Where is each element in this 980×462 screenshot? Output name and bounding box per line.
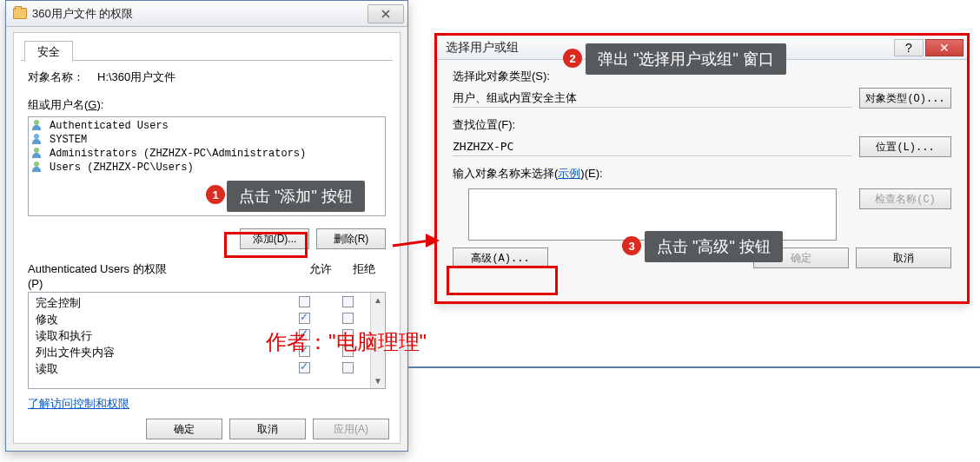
permission-row: 读取	[36, 360, 369, 377]
help-icon: ?	[905, 41, 912, 55]
list-item[interactable]: Authenticated Users	[32, 119, 381, 133]
add-button[interactable]: 添加(D)...	[240, 228, 309, 249]
tab-row: 安全	[21, 38, 393, 61]
step-badge-2: 2	[563, 49, 582, 68]
close-button-left[interactable]	[368, 4, 404, 23]
group-users-label: 组或用户名(G):	[28, 97, 386, 113]
location-label: 查找位置(F):	[453, 117, 951, 133]
locations-button[interactable]: 位置(L)...	[859, 136, 951, 157]
deny-checkbox[interactable]	[342, 313, 354, 324]
permissions-dialog: 360用户文件 的权限 安全 对象名称： H:\360用户文件 组或用户名(G)…	[5, 0, 408, 452]
tab-security[interactable]: 安全	[24, 41, 73, 62]
allow-checkbox[interactable]	[299, 362, 310, 373]
step-callout-2: 弹出 "选择用户或组" 窗口	[586, 43, 786, 75]
deny-checkbox[interactable]	[342, 362, 354, 373]
deny-checkbox[interactable]	[342, 296, 354, 307]
permission-row: 修改	[36, 311, 369, 327]
titlebar-left: 360用户文件 的权限	[6, 1, 407, 27]
learn-more-row: 了解访问控制和权限	[28, 396, 386, 412]
apply-button[interactable]: 应用(A)	[313, 419, 389, 439]
step-badge-3: 3	[622, 236, 641, 255]
cancel-button[interactable]: 取消	[229, 419, 306, 439]
step-callout-3: 点击 "高级" 按钮	[645, 231, 783, 262]
cancel-button-right[interactable]: 取消	[856, 248, 951, 268]
list-item[interactable]: Users (ZHZHZX-PC\Users)	[32, 161, 381, 175]
permissions-for-label: Authenticated Users 的权限(P)	[28, 261, 167, 290]
decorative-line	[408, 366, 980, 368]
object-type-row: 用户、组或内置安全主体 对象类型(O)...	[453, 88, 951, 109]
object-type-value: 用户、组或内置安全主体	[453, 89, 852, 108]
step-badge-1: 1	[206, 185, 225, 204]
deny-header: 拒绝	[342, 261, 386, 290]
user-icon	[32, 134, 44, 146]
close-button-right[interactable]: ✕	[925, 39, 963, 56]
list-item[interactable]: SYSTEM	[32, 133, 381, 147]
ok-button[interactable]: 确定	[146, 419, 222, 439]
object-name-row: 对象名称： H:\360用户文件	[28, 69, 386, 85]
users-icon	[32, 120, 44, 132]
allow-checkbox[interactable]	[299, 296, 310, 307]
close-icon	[381, 10, 390, 18]
object-name-value: H:\360用户文件	[97, 69, 175, 85]
close-icon: ✕	[939, 41, 950, 55]
location-value: ZHZHZX-PC	[453, 137, 852, 156]
permission-row: 完全控制	[36, 294, 369, 311]
location-row: ZHZHZX-PC 位置(L)...	[453, 136, 951, 157]
enter-names-label: 输入对象名称来选择(示例)(E):	[453, 166, 951, 182]
users-icon	[32, 162, 44, 174]
folder-icon	[13, 8, 27, 19]
help-button[interactable]: ?	[894, 39, 924, 56]
window-title: 360用户文件 的权限	[32, 6, 362, 22]
window-title-right: 选择用户或组	[446, 40, 519, 56]
list-item[interactable]: Administrators (ZHZHZX-PC\Administrators…	[32, 147, 381, 161]
permissions-header-row: Authenticated Users 的权限(P) 允许 拒绝	[28, 261, 386, 290]
check-names-button[interactable]: 检查名称(C)	[859, 188, 951, 209]
users-icon	[32, 148, 44, 160]
scroll-up-icon[interactable]: ▲	[371, 293, 385, 307]
dialog-buttons-left: 确定 取消 应用(A)	[24, 419, 389, 439]
allow-checkbox[interactable]	[299, 313, 310, 324]
object-types-button[interactable]: 对象类型(O)...	[859, 88, 951, 109]
advanced-button[interactable]: 高级(A)...	[453, 248, 548, 268]
object-name-label: 对象名称：	[28, 69, 97, 85]
example-link[interactable]: 示例	[558, 167, 580, 180]
scroll-down-icon[interactable]: ▼	[371, 373, 385, 388]
dialog-body-left: 安全 对象名称： H:\360用户文件 组或用户名(G): Authentica…	[13, 32, 401, 444]
step-callout-1: 点击 "添加" 按钮	[227, 181, 365, 212]
add-remove-row: 添加(D)... 删除(R)	[28, 228, 386, 249]
learn-more-link[interactable]: 了解访问控制和权限	[28, 397, 129, 410]
author-watermark: 作者："电脑理理"	[266, 328, 427, 356]
remove-button[interactable]: 删除(R)	[316, 228, 386, 249]
allow-header: 允许	[299, 261, 342, 290]
